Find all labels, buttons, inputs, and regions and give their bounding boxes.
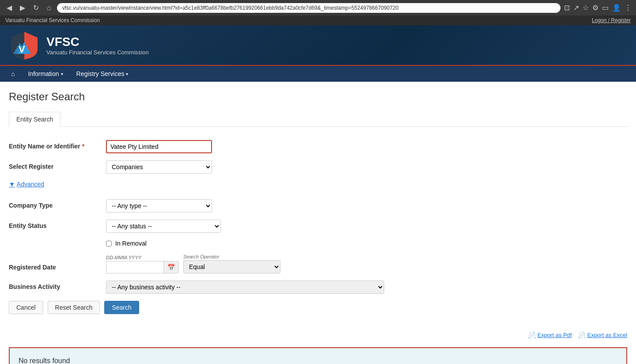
select-register-row: Select Register Companies Trusts Partner… [9,160,627,174]
back-button[interactable]: ◀ [4,3,14,13]
button-row: Cancel Reset Search Search [9,301,627,314]
url-text: vfsc.vu/vanuatu-master/viewInstance/view… [62,5,555,11]
profile-icon[interactable]: 👤 [612,4,621,12]
entity-name-input[interactable] [106,140,212,153]
os-bar-title: Vanuatu Financial Services Commission [5,17,100,23]
date-input-group: 📅 [106,261,179,273]
required-indicator: * [82,143,84,150]
forward-button[interactable]: ▶ [18,3,27,13]
registered-date-row: Registered Date DD-MMM-YYYY 📅 Search Ope… [9,254,627,273]
select-register-label: Select Register [9,160,97,170]
company-type-label: Company Type [9,199,97,209]
bookmark-icon[interactable]: ☆ [583,4,589,12]
export-pdf-label: Export as Pdf [538,332,572,338]
menu-icon[interactable]: ⋮ [625,4,632,12]
logo-title: VFSC [46,35,149,49]
nav-information-label: Information [28,70,59,77]
business-activity-label: Business Activity [9,281,97,290]
in-removal-row: In Removal [106,240,627,247]
company-type-field: -- Any type -- Local Company Foreign Com… [106,199,212,212]
main-content: Register Search Entity Search Entity Nam… [0,82,636,364]
entity-name-field [106,140,212,153]
main-nav: ⌂ Information ▾ Registry Services ▾ [0,65,636,82]
advanced-label: Advanced [17,181,44,188]
tab-entity-search[interactable]: Entity Search [9,112,61,127]
entity-status-field: -- Any status -- Active Inactive Struck … [106,220,212,233]
advanced-toggle[interactable]: ▼ Advanced [9,181,44,188]
search-button[interactable]: Search [104,301,139,314]
advanced-section: ▼ Advanced [9,181,627,195]
business-activity-dropdown[interactable]: -- Any business activity -- [106,281,384,294]
export-excel-label: Export as Excel [587,332,627,338]
advanced-collapse-icon: ▼ [9,181,15,188]
reset-search-button[interactable]: Reset Search [48,301,100,314]
browser-chrome: ◀ ▶ ↻ ⌂ vfsc.vu/vanuatu-master/viewInsta… [0,0,636,15]
tab-entity-search-label: Entity Search [16,116,53,123]
search-operator-dropdown[interactable]: Equal Less Than Greater Than Between [183,260,280,273]
svg-text:V: V [19,44,25,55]
no-results-text: No results found [19,357,70,364]
operator-wrapper: Search Operator Equal Less Than Greater … [183,254,280,273]
registry-services-chevron-icon: ▾ [126,72,128,76]
business-activity-row: Business Activity -- Any business activi… [9,281,627,294]
logo-icon: V [9,30,40,61]
logon-register-link[interactable]: Logon / Register [592,17,631,23]
logo-text: VFSC Vanuatu Financial Services Commissi… [46,35,149,56]
cast-icon[interactable]: ⊡ [564,4,570,12]
window-icon[interactable]: ▭ [602,4,609,12]
company-type-row: Company Type -- Any type -- Local Compan… [9,199,627,212]
entity-name-label: Entity Name or Identifier * [9,140,97,150]
home-icon: ⌂ [11,70,15,77]
date-field-wrapper: DD-MMM-YYYY 📅 [106,255,179,273]
no-results-box: No results found [9,347,627,364]
tabs: Entity Search [9,112,627,127]
share-icon[interactable]: ↗ [573,4,579,12]
excel-icon: 📄 [579,332,586,338]
results-header: 📄 Export as Pdf 📄 Export as Excel [9,327,627,343]
entity-status-dropdown[interactable]: -- Any status -- Active Inactive Struck … [106,220,221,233]
select-register-dropdown[interactable]: Companies Trusts Partnerships Associatio… [106,160,212,174]
logo-area: V VFSC Vanuatu Financial Services Commis… [9,30,149,61]
export-pdf-link[interactable]: 📄 Export as Pdf [529,332,572,338]
export-excel-link[interactable]: 📄 Export as Excel [579,332,627,338]
nav-registry-services-label: Registry Services [76,70,125,77]
extension-icon[interactable]: ⚙ [592,4,598,12]
home-button[interactable]: ⌂ [45,3,53,13]
browser-action-icons: ⊡ ↗ ☆ ⚙ ▭ 👤 ⋮ [564,4,632,12]
search-operator-label: Search Operator [183,254,280,259]
page-title: Register Search [9,91,627,103]
in-removal-checkbox[interactable] [106,241,112,246]
refresh-button[interactable]: ↻ [31,3,41,13]
entity-status-label: Entity Status [9,220,97,229]
information-chevron-icon: ▾ [61,72,63,76]
registered-date-input[interactable] [106,261,163,273]
url-bar[interactable]: vfsc.vu/vanuatu-master/viewInstance/view… [57,3,560,13]
os-bar: Vanuatu Financial Services Commission Lo… [0,15,636,25]
search-form: Entity Name or Identifier * Select Regis… [9,136,627,318]
entity-status-row: Entity Status -- Any status -- Active In… [9,220,627,233]
nav-registry-services[interactable]: Registry Services ▾ [70,66,135,82]
date-inputs: DD-MMM-YYYY 📅 Search Operator Equal Less… [106,254,280,273]
calendar-button[interactable]: 📅 [163,261,179,273]
in-removal-label: In Removal [115,240,147,247]
pdf-icon: 📄 [529,332,536,338]
site-header-top: V VFSC Vanuatu Financial Services Commis… [0,25,636,65]
date-placeholder-label: DD-MMM-YYYY [106,255,179,260]
site-header: V VFSC Vanuatu Financial Services Commis… [0,25,636,82]
registered-date-label: Registered Date [9,254,97,271]
nav-information[interactable]: Information ▾ [21,66,69,82]
nav-home[interactable]: ⌂ [4,66,21,82]
select-register-field: Companies Trusts Partnerships Associatio… [106,160,212,174]
cancel-button[interactable]: Cancel [9,301,43,314]
logo-subtitle: Vanuatu Financial Services Commission [46,49,149,56]
company-type-dropdown[interactable]: -- Any type -- Local Company Foreign Com… [106,199,212,212]
entity-name-row: Entity Name or Identifier * [9,140,627,153]
page-wrapper: Register Search Entity Search Entity Nam… [0,82,636,364]
